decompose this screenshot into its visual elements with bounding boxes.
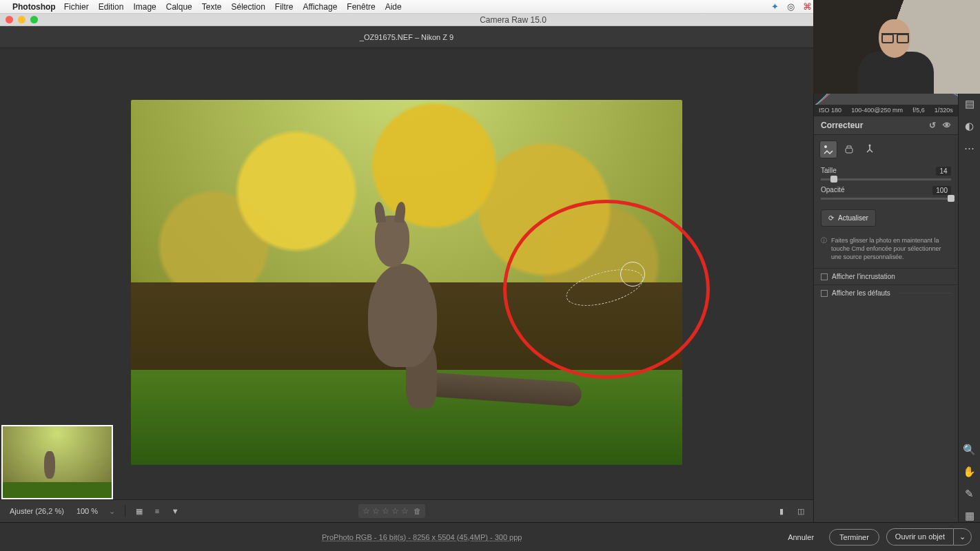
show-defects-row[interactable]: Afficher les défauts — [814, 284, 958, 301]
canvas-area[interactable] — [0, 48, 813, 499]
panel-title: Correcteur — [821, 121, 863, 130]
histo-aperture: f/5,6 — [912, 107, 925, 114]
sort-icon[interactable]: ≡ — [150, 504, 164, 518]
status-bar: ProPhoto RGB - 16 bit(s) - 8256 x 5504 (… — [0, 522, 980, 551]
app-name[interactable]: Photoshop — [12, 2, 56, 12]
info-icon: ⓘ — [821, 236, 827, 261]
filename-bar: _OZ91675.NEF – Nikon Z 9 — [0, 26, 813, 48]
zoom-tool-icon[interactable]: 🔍 — [963, 444, 976, 456]
webcam-overlay — [813, 0, 980, 94]
subject-kangaroo — [340, 202, 465, 422]
menubar-cc-icon[interactable]: ◎ — [787, 1, 795, 12]
hand-tool-icon[interactable]: ✋ — [963, 466, 976, 478]
menubar-app-icon[interactable]: ⌘ — [803, 1, 812, 12]
window-close-button[interactable] — [6, 16, 13, 23]
svg-rect-1 — [846, 148, 853, 153]
single-view-icon[interactable]: ▮ — [775, 504, 788, 518]
menu-aide[interactable]: Aide — [385, 2, 402, 12]
masking-tool-icon[interactable]: ▤ — [963, 98, 976, 110]
filter-icon[interactable]: ▼ — [168, 504, 182, 518]
menu-affichage[interactable]: Affichage — [303, 2, 338, 12]
menu-fichier[interactable]: Fichier — [64, 2, 89, 12]
menu-filtre[interactable]: Filtre — [275, 2, 294, 12]
compare-view-icon[interactable]: ◫ — [794, 504, 808, 518]
trash-icon[interactable]: 🗑 — [414, 507, 421, 515]
right-panel: ISO 180 100-400@250 mm f/5,6 1/320s Corr… — [813, 26, 958, 522]
more-icon[interactable]: ⋯ — [963, 142, 976, 154]
menu-texte[interactable]: Texte — [202, 2, 222, 12]
svg-point-0 — [824, 145, 827, 148]
refresh-icon: ⟳ — [828, 214, 834, 222]
show-defects-checkbox[interactable] — [821, 290, 828, 297]
show-overlay-checkbox[interactable] — [821, 273, 828, 280]
menu-calque[interactable]: Calque — [166, 2, 192, 12]
size-slider-thumb[interactable] — [830, 176, 837, 183]
window-minimize-button[interactable] — [18, 16, 25, 23]
star-2[interactable]: ☆ — [372, 506, 380, 516]
star-4[interactable]: ☆ — [391, 506, 399, 516]
histo-iso: ISO 180 — [819, 107, 841, 114]
histo-shutter: 1/320s — [935, 107, 953, 114]
opacity-value[interactable]: 100 — [932, 186, 951, 195]
hint-text: Faites glisser la photo en maintenant la… — [831, 236, 951, 261]
menu-image[interactable]: Image — [133, 2, 156, 12]
opacity-slider-thumb[interactable] — [948, 195, 955, 202]
right-icon-rail: ☰ ◎ 👁 ▤ ◐ ⋯ 🔍 ✋ ✎ ▦ — [958, 26, 980, 522]
size-slider[interactable]: Taille14 — [814, 164, 958, 183]
show-defects-label: Afficher les défauts — [832, 289, 890, 297]
healing-tool-row — [814, 135, 958, 164]
show-overlay-row[interactable]: Afficher l'incrustation — [814, 269, 958, 284]
menu-edition[interactable]: Edition — [99, 2, 124, 12]
histo-lens: 100-400@250 mm — [851, 107, 903, 114]
workflow-options-link[interactable]: ProPhoto RGB - 16 bit(s) - 8256 x 5504 (… — [322, 533, 522, 541]
filename-label: _OZ91675.NEF – Nikon Z 9 — [360, 33, 453, 41]
bottom-toolbar: Ajuster (26,2 %) 100 % ⌄ ▦ ≡ ▼ ☆ ☆ ☆ ☆ ☆… — [0, 499, 813, 522]
show-overlay-label: Afficher l'incrustation — [832, 273, 895, 280]
grid-toggle-icon[interactable]: ▦ — [963, 510, 976, 522]
refresh-label: Actualiser — [838, 214, 868, 222]
healing-brush-tool[interactable] — [819, 141, 837, 158]
zoom-dropdown-chevron-icon[interactable]: ⌄ — [106, 507, 118, 516]
done-button[interactable]: Terminer — [829, 529, 879, 545]
menu-fenetre[interactable]: Fenêtre — [347, 2, 375, 12]
color-sampler-icon[interactable]: ✎ — [963, 488, 976, 500]
content-aware-remove-tool[interactable] — [861, 141, 879, 158]
svg-point-2 — [869, 145, 871, 147]
refresh-button[interactable]: ⟳ Actualiser — [821, 209, 876, 227]
clone-stamp-tool[interactable] — [840, 141, 858, 158]
annotation-red-circle — [503, 200, 710, 379]
reset-icon[interactable]: ↺ — [929, 121, 936, 130]
open-object-button[interactable]: Ouvrir un objet — [886, 528, 953, 545]
panel-header: Correcteur ↺ 👁 — [814, 116, 958, 135]
zoom-fit-label[interactable]: Ajuster (26,2 %) — [6, 504, 68, 518]
size-label: Taille — [821, 167, 837, 176]
open-object-dropdown[interactable]: ⌄ — [953, 528, 972, 545]
size-value[interactable]: 14 — [936, 167, 951, 176]
opacity-slider[interactable]: Opacité100 — [814, 183, 958, 202]
menubar-butterfly-icon[interactable]: ✦ — [771, 1, 779, 12]
star-3[interactable]: ☆ — [382, 506, 389, 516]
filmstrip-thumbnail[interactable] — [1, 425, 113, 499]
window-maximize-button[interactable] — [30, 16, 38, 23]
menu-selection[interactable]: Sélection — [231, 2, 265, 12]
cancel-button[interactable]: Annuler — [779, 529, 822, 545]
rating-bar: ☆ ☆ ☆ ☆ ☆ 🗑 — [358, 504, 425, 518]
hint-row: ⓘ Faites glisser la photo en maintenant … — [814, 233, 958, 269]
grid-view-icon[interactable]: ▦ — [132, 504, 146, 518]
zoom-100-button[interactable]: 100 % — [72, 504, 102, 518]
redeye-tool-icon[interactable]: ◐ — [963, 120, 976, 132]
star-1[interactable]: ☆ — [363, 506, 370, 516]
opacity-label: Opacité — [821, 186, 844, 195]
visibility-eye-icon[interactable]: 👁 — [943, 121, 951, 130]
star-5[interactable]: ☆ — [401, 506, 409, 516]
